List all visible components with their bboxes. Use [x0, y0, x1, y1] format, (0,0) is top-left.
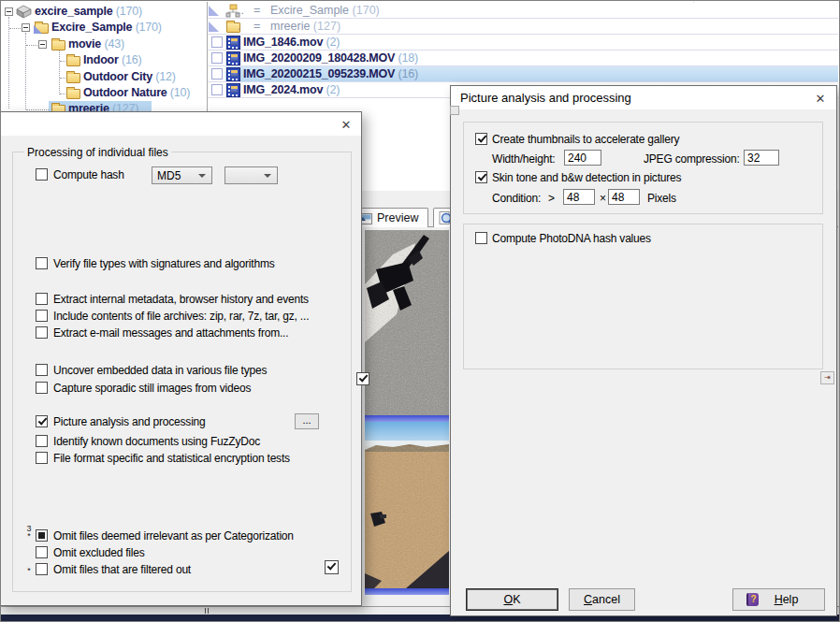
ok-button[interactable]: OK	[466, 588, 558, 611]
verify-file-types-label: Verify file types with signatures and al…	[53, 257, 275, 270]
row-count: (18)	[398, 51, 417, 65]
tree-item-outdoor-nature[interactable]: Outdoor Nature (10)	[2, 85, 207, 101]
row-name: IMG_1846.mov	[243, 36, 323, 49]
collapse-toggle[interactable]	[5, 7, 13, 16]
compute-hash-checkbox[interactable]	[36, 168, 48, 181]
jpeg-compression-input[interactable]	[744, 150, 779, 166]
jpeg-compression-label: JPEG compression:	[644, 152, 740, 166]
list-row-parent-dir[interactable]: .. = Excire_Sample (170)	[208, 3, 838, 19]
close-icon[interactable]: ✕	[337, 117, 355, 134]
extract-email-label: Extract e-mail messages and attachments …	[53, 326, 288, 340]
picture-analysis-checkbox[interactable]	[36, 415, 48, 427]
photodna-checkbox[interactable]	[475, 232, 487, 244]
picture-analysis-dialog: Picture analysis and processing ✕ Create…	[450, 85, 837, 616]
row-count: (2)	[326, 36, 340, 49]
tree-item-label: Outdoor Nature	[83, 86, 167, 99]
cancel-button[interactable]: Cancel	[569, 588, 635, 611]
skin-tone-checkbox[interactable]	[475, 171, 487, 183]
tree-item-count: (10)	[170, 86, 190, 99]
tree-item-outdoor-city[interactable]: Outdoor City (12)	[2, 69, 207, 85]
omit-excluded-label: Omit excluded files	[53, 546, 145, 559]
min-width-input[interactable]	[563, 189, 595, 205]
video-still-frame-2[interactable]	[365, 422, 449, 588]
create-thumbnails-checkbox[interactable]	[475, 133, 487, 145]
collapse-toggle[interactable]	[22, 23, 30, 32]
verify-file-types-checkbox[interactable]	[36, 257, 48, 269]
video-file-icon	[226, 83, 240, 97]
row-count: (2)	[326, 83, 340, 96]
extract-metadata-checkbox[interactable]	[36, 293, 48, 305]
uncover-embedded-checkbox[interactable]	[36, 364, 48, 376]
dialog-titlebar[interactable]	[0, 112, 361, 136]
fuzzydoc-checkbox[interactable]	[36, 435, 48, 447]
splitter-handle[interactable]	[205, 608, 209, 614]
processing-groupbox-label: Processing of individual files	[24, 146, 171, 159]
omit-excluded-checkbox[interactable]	[36, 546, 48, 558]
help-button[interactable]: ? Help	[732, 588, 825, 611]
picture-analysis-label: Picture analysis and processing	[53, 415, 206, 428]
list-row-file-selected[interactable]: IMG_20200215_095239.MOV (16)	[208, 66, 838, 82]
row-count: (127)	[313, 20, 340, 33]
capture-stills-label: Capture sporadic still images from video…	[53, 382, 251, 395]
tree-item-excire-sample[interactable]: Excire_Sample (170)	[2, 20, 207, 36]
row-checkbox[interactable]	[211, 36, 223, 48]
apply-settings-checkbox[interactable]	[325, 560, 339, 574]
photodna-label: Compute PhotoDNA hash values	[492, 232, 651, 245]
list-row-file[interactable]: IMG_20200209_180428.MOV (18)	[208, 51, 838, 66]
width-height-label: Width/height:	[492, 152, 555, 166]
row-name: mreerie	[270, 20, 310, 33]
hash-algorithm-select[interactable]: MD5	[152, 166, 212, 184]
edge-option-checkbox[interactable]	[356, 372, 369, 385]
app-window: excire_sample (170) Excire_Sample (170) …	[0, 0, 840, 622]
tree-item-evidence-object[interactable]: excire_sample (170)	[2, 4, 207, 20]
tree-item-count: (43)	[104, 37, 123, 51]
dialog-title: Picture analysis and processing	[460, 91, 631, 105]
row-count: (170)	[353, 4, 380, 17]
tree-item-movie[interactable]: movie (43)	[2, 36, 207, 52]
extract-email-checkbox[interactable]	[36, 326, 48, 339]
tab-preview[interactable]: Preview	[351, 208, 428, 227]
folder-icon	[66, 73, 80, 83]
omit-irrelevant-marker-bottom: *	[25, 532, 33, 540]
video-frame-separator	[365, 588, 449, 595]
help-book-icon: ?	[746, 593, 759, 606]
capture-stills-checkbox[interactable]	[36, 382, 48, 394]
tree-item-label: Excire_Sample	[51, 21, 132, 34]
thumbnail-size-input[interactable]	[564, 150, 601, 166]
collapse-toggle[interactable]	[38, 40, 47, 49]
shrink-dialog-button[interactable]: ⇥	[820, 371, 834, 384]
video-still-frame-1[interactable]	[365, 230, 449, 415]
tree-item-label: Outdoor City	[83, 70, 152, 83]
row-checkbox[interactable]	[211, 52, 223, 64]
row-checkbox[interactable]	[211, 68, 223, 80]
picture-analysis-browse-button[interactable]: ...	[295, 413, 319, 429]
photodna-groupbox	[463, 224, 823, 369]
omit-irrelevant-checkbox[interactable]	[36, 529, 48, 542]
encryption-tests-checkbox[interactable]	[36, 452, 48, 464]
tree-item-count: (12)	[155, 70, 175, 83]
hash-algorithm2-select[interactable]	[224, 166, 278, 184]
skin-tone-label: Skin tone and b&w detection in pictures	[492, 171, 681, 184]
include-archives-label: Include contents of file archives: zip, …	[53, 310, 309, 323]
compute-hash-label: Compute hash	[53, 168, 124, 181]
folder-icon	[51, 40, 65, 51]
tree-item-label: movie	[68, 37, 101, 51]
tree-item-count: (170)	[136, 21, 162, 34]
omit-filtered-checkbox[interactable]	[36, 563, 48, 575]
condition-label: Condition:	[492, 192, 541, 205]
tab-label: Preview	[377, 211, 418, 224]
tree-item-indoor[interactable]: Indoor (16)	[2, 52, 207, 68]
omit-filtered-marker: *	[25, 567, 33, 574]
list-row-current-dir[interactable]: . = mreerie (127)	[208, 19, 838, 35]
include-archives-checkbox[interactable]	[36, 310, 48, 322]
row-count: (16)	[398, 67, 417, 80]
row-checkbox[interactable]	[211, 84, 223, 95]
nav-triangle-icon	[34, 25, 42, 34]
nav-triangle-icon	[209, 22, 219, 32]
tree-item-label: excire_sample	[35, 5, 113, 18]
list-row-file[interactable]: IMG_1846.mov (2)	[208, 35, 838, 51]
row-name: IMG_20200215_095239.MOV	[243, 67, 395, 80]
min-height-input[interactable]	[608, 189, 640, 205]
omit-irrelevant-label: Omit files deemed irrelevant as per Cate…	[53, 529, 294, 542]
close-icon[interactable]: ✕	[811, 91, 830, 108]
